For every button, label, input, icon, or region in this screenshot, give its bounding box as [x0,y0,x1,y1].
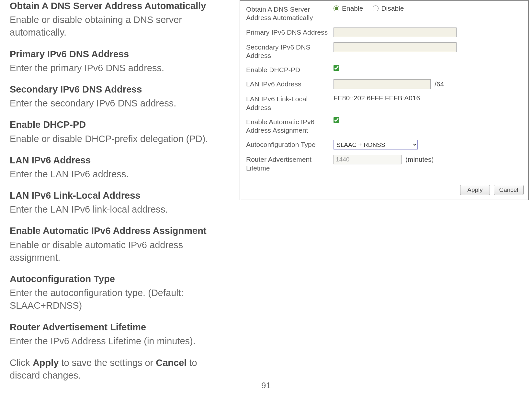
radio-enable[interactable] [334,6,339,11]
row-dns-auto: Obtain A DNS Server Address Automaticall… [246,5,522,22]
input-lan-ipv6[interactable] [334,79,431,89]
checkbox-auto-assign[interactable] [334,117,339,123]
doc-section-title: Obtain A DNS Server Address Automaticall… [10,0,230,12]
doc-section-title: LAN IPv6 Address [10,154,230,166]
doc-section-desc: Enter the primary IPv6 DNS address. [10,62,230,74]
doc-section-desc: Enter the LAN IPv6 link-local address. [10,203,230,216]
doc-section-desc: Enable or disable DHCP-prefix delegation… [10,133,230,145]
doc-section-desc: Enable or disable obtaining a DNS server… [10,14,230,39]
doc-section: LAN IPv6 Address Enter the LAN IPv6 addr… [10,154,230,181]
doc-final-note: Click Apply to save the settings or Canc… [10,357,230,382]
doc-section-title: Enable DHCP-PD [10,119,230,130]
doc-section: Autoconfiguration Type Enter the autocon… [10,273,230,312]
label-secondary-dns: Secondary IPv6 DNS Address [246,42,334,60]
doc-section: LAN IPv6 Link-Local Address Enter the LA… [10,190,230,216]
doc-section: Router Advertisement Lifetime Enter the … [10,321,230,347]
doc-section-title: Secondary IPv6 DNS Address [10,83,230,95]
doc-section-desc: Enter the autoconfiguration type. (Defau… [10,287,230,312]
label-dns-auto: Obtain A DNS Server Address Automaticall… [246,5,334,22]
label-primary-dns: Primary IPv6 DNS Address [246,28,334,37]
doc-section: Secondary IPv6 DNS Address Enter the sec… [10,83,230,110]
row-secondary-dns: Secondary IPv6 DNS Address [246,42,522,60]
cancel-button[interactable]: Cancel [494,185,524,195]
doc-section: Enable Automatic IPv6 Address Assignment… [10,225,230,264]
row-autoconf-type: Autoconfiguration Type SLAAC + RDNSS [246,140,522,149]
final-prefix: Click [10,358,33,368]
final-mid: to save the settings or [59,358,156,368]
doc-section-desc: Enter the secondary IPv6 DNS address. [10,97,230,110]
config-panel: Obtain A DNS Server Address Automaticall… [240,0,529,200]
label-ra-lifetime: Router Advertisement Lifetime [246,155,334,172]
doc-section-desc: Enter the LAN IPv6 address. [10,168,230,181]
checkbox-dhcp-pd[interactable] [334,65,339,71]
doc-section-title: Enable Automatic IPv6 Address Assignment [10,225,230,237]
label-autoconf-type: Autoconfiguration Type [246,140,334,149]
final-apply-word: Apply [33,358,59,368]
select-autoconf-type[interactable]: SLAAC + RDNSS [334,140,418,149]
doc-section: Enable DHCP-PD Enable or disable DHCP-pr… [10,119,230,145]
row-lan-ipv6: LAN IPv6 Address /64 [246,79,522,89]
label-link-local: LAN IPv6 Link-Local Address [246,94,334,112]
row-dhcp-pd: Enable DHCP-PD [246,65,522,74]
row-auto-assign: Enable Automatic IPv6 Address Assignment [246,117,522,135]
doc-section-title: Router Advertisement Lifetime [10,321,230,333]
input-secondary-dns[interactable] [334,42,457,52]
documentation-column: Obtain A DNS Server Address Automaticall… [0,0,236,382]
apply-button[interactable]: Apply [460,185,490,195]
doc-section-title: Primary IPv6 DNS Address [10,48,230,60]
radio-enable-label: Enable [342,5,363,12]
doc-section: Primary IPv6 DNS Address Enter the prima… [10,48,230,74]
final-cancel-word: Cancel [156,358,187,368]
page-number: 91 [261,380,271,391]
label-auto-assign: Enable Automatic IPv6 Address Assignment [246,117,334,135]
doc-section-title: LAN IPv6 Link-Local Address [10,190,230,201]
button-bar: Apply Cancel [240,182,528,200]
input-ra-lifetime[interactable] [334,155,402,164]
input-primary-dns[interactable] [334,28,457,37]
doc-section-desc: Enable or disable automatic IPv6 address… [10,239,230,264]
radio-disable[interactable] [373,6,379,11]
doc-section: Obtain A DNS Server Address Automaticall… [10,0,230,39]
label-lan-ipv6: LAN IPv6 Address [246,79,334,88]
row-ra-lifetime: Router Advertisement Lifetime (minutes) [246,155,522,172]
row-primary-dns: Primary IPv6 DNS Address [246,28,522,37]
label-dhcp-pd: Enable DHCP-PD [246,65,334,74]
row-link-local: LAN IPv6 Link-Local Address FE80::202:6F… [246,94,522,112]
value-link-local: FE80::202:6FFF:FEFB:A016 [334,94,420,102]
doc-section-desc: Enter the IPv6 Address Lifetime (in minu… [10,335,230,347]
ra-lifetime-unit: (minutes) [405,156,434,163]
doc-section-title: Autoconfiguration Type [10,273,230,285]
lan-ipv6-suffix: /64 [435,80,444,88]
radio-disable-label: Disable [381,5,404,12]
